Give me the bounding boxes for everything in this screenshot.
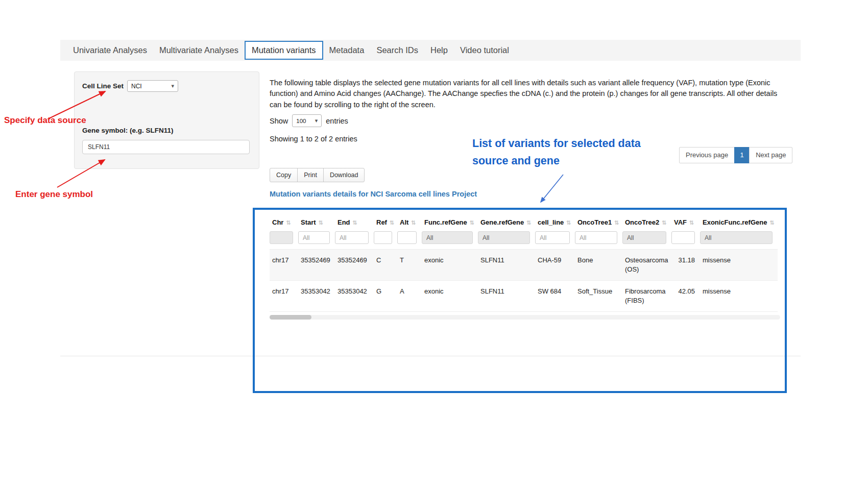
column-header-start[interactable]: Start⇅ [298,214,335,231]
previous-page-button[interactable]: Previous page [679,147,735,163]
tab-univariate-analyses[interactable]: Univariate Analyses [67,40,153,61]
tab-mutation-variants[interactable]: Mutation variants [245,41,323,60]
cell-line-set-value: NCI [131,83,142,90]
tab-search-ids[interactable]: Search IDs [370,40,424,61]
show-label: Show [270,117,288,125]
column-header-oncotree1[interactable]: OncoTree1⇅ [575,214,622,231]
sort-icon[interactable]: ⇅ [390,219,394,226]
filter-end[interactable] [335,231,369,244]
column-header-exonicfunc-refgene[interactable]: ExonicFunc.refGene⇅ [700,214,778,231]
page-1-button[interactable]: 1 [734,147,750,163]
column-label: cell_line [538,218,564,226]
column-header-vaf[interactable]: VAF⇅ [671,214,700,231]
cell-end: 35353042 [335,281,374,312]
filter-vaf[interactable] [671,231,695,244]
sort-icon[interactable]: ⇅ [689,219,694,226]
filter-chr[interactable] [270,231,293,244]
column-header-func-refgene[interactable]: Func.refGene⇅ [422,214,478,231]
column-label: OncoTree1 [577,218,612,226]
column-label: Ref [376,218,387,226]
cell-chr: chr17 [270,250,298,281]
filter-func-refgene[interactable] [422,231,473,244]
sort-icon[interactable]: ⇅ [286,219,291,226]
column-label: End [337,218,350,226]
sort-icon[interactable]: ⇅ [470,219,474,226]
copy-button[interactable]: Copy [270,168,298,182]
cell-cell-line: SW 684 [535,281,575,312]
sort-icon[interactable]: ⇅ [662,219,666,226]
column-header-alt[interactable]: Alt⇅ [397,214,422,231]
cell-func-refgene: exonic [422,281,478,312]
filter-alt[interactable] [397,231,417,244]
filter-cell-line[interactable] [535,231,570,244]
cell-ref: G [374,281,397,312]
column-header-chr[interactable]: Chr⇅ [270,214,298,231]
annotation-line-1: List of variants for selected data [472,135,641,152]
filter-cell [575,231,622,250]
filter-ref[interactable] [374,231,392,244]
annotation-line-2: source and gene [472,152,641,169]
filter-gene-refgene[interactable] [478,231,530,244]
column-label: Start [301,218,316,226]
sort-icon[interactable]: ⇅ [566,219,571,226]
export-buttons: Copy Print Download [270,168,365,182]
filter-start[interactable] [298,231,330,244]
sort-icon[interactable]: ⇅ [411,219,416,226]
cell-gene-refgene: SLFN11 [478,281,535,312]
chevron-down-icon: ▾ [172,83,175,89]
horizontal-scrollbar[interactable] [270,315,780,320]
column-header-oncotree2[interactable]: OncoTree2⇅ [622,214,671,231]
page-length-control: Show 100 ▾ entries [270,114,348,127]
annotation-enter-gene-symbol: Enter gene symbol [15,189,93,200]
filter-cell [535,231,575,250]
table-row[interactable]: chr173535304235353042GAexonicSLFN11SW 68… [270,281,778,312]
sort-icon[interactable]: ⇅ [614,219,619,226]
cell-exonicfunc-refgene: missense [700,250,778,281]
cell-exonicfunc-refgene: missense [700,281,778,312]
column-label: Gene.refGene [480,218,524,226]
pagination: Previous page 1 Next page [679,147,792,163]
table-description: The following table displays the selecte… [270,78,778,111]
tab-video-tutorial[interactable]: Video tutorial [454,40,515,61]
cell-line-set-select[interactable]: NCI ▾ [127,80,178,92]
column-header-end[interactable]: End⇅ [335,214,374,231]
page-length-value: 100 [296,118,306,124]
filter-cell [478,231,535,250]
tab-help[interactable]: Help [424,40,454,61]
gene-symbol-input[interactable] [82,140,250,154]
scrollbar-thumb[interactable] [270,315,311,320]
sort-icon[interactable]: ⇅ [353,219,357,226]
filter-oncotree1[interactable] [575,231,617,244]
cell-oncotree2: Fibrosarcoma (FIBS) [622,281,671,312]
cell-vaf: 31.18 [671,250,700,281]
column-label: OncoTree2 [625,218,659,226]
column-header-ref[interactable]: Ref⇅ [374,214,397,231]
column-label: Func.refGene [424,218,467,226]
column-label: ExonicFunc.refGene [703,218,767,226]
tab-multivariate-analyses[interactable]: Multivariate Analyses [153,40,245,61]
annotation-variants-list: List of variants for selected data sourc… [472,135,641,169]
cell-start: 35352469 [298,250,335,281]
cell-end: 35352469 [335,250,374,281]
filter-cell [671,231,700,250]
column-header-gene-refgene[interactable]: Gene.refGene⇅ [478,214,535,231]
sort-icon[interactable]: ⇅ [769,219,774,226]
table-header-row: Chr⇅Start⇅End⇅Ref⇅Alt⇅Func.refGene⇅Gene.… [270,214,778,231]
filter-cell [397,231,422,250]
download-button[interactable]: Download [323,168,365,182]
filter-cell [335,231,374,250]
filter-oncotree2[interactable] [622,231,666,244]
filter-exonicfunc-refgene[interactable] [700,231,773,244]
sort-icon[interactable]: ⇅ [319,219,323,226]
print-button[interactable]: Print [297,168,324,182]
cell-func-refgene: exonic [422,250,478,281]
sort-icon[interactable]: ⇅ [526,219,531,226]
table-row[interactable]: chr173535246935352469CTexonicSLFN11CHA-5… [270,250,778,281]
column-header-cell-line[interactable]: cell_line⇅ [535,214,575,231]
filter-cell [270,231,298,250]
page-length-select[interactable]: 100 ▾ [292,114,322,127]
next-page-button[interactable]: Next page [749,147,792,163]
cell-oncotree2: Osteosarcoma (OS) [622,250,671,281]
tab-metadata[interactable]: Metadata [323,40,371,61]
filter-cell [422,231,478,250]
